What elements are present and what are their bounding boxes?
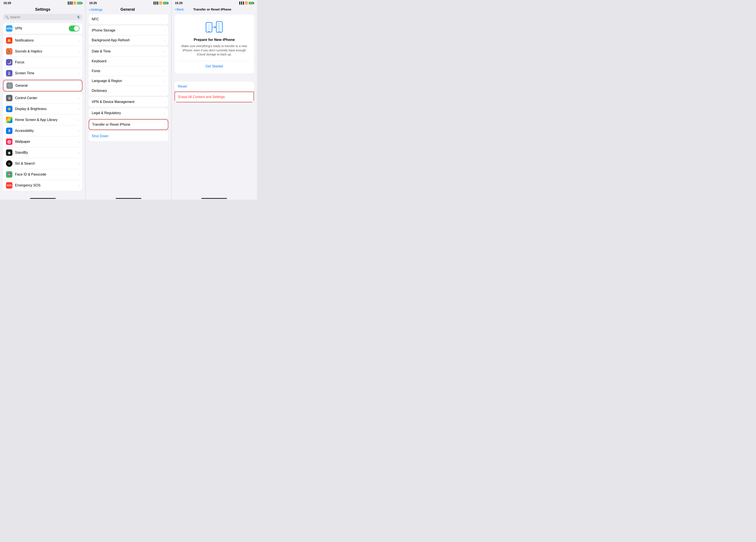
screentime-icon: ⏳: [6, 70, 12, 76]
svg-rect-4: [216, 22, 222, 32]
background-refresh-label: Background App Refresh: [92, 38, 162, 42]
general-scroll: NFC › iPhone Storage › Background App Re…: [86, 13, 171, 196]
nfc-label: NFC: [92, 17, 162, 21]
shutdown-group: Shut Down: [89, 131, 168, 141]
transfer-reset-label: Transfer or Reset iPhone: [92, 123, 161, 127]
nav-bar-1: Settings: [0, 6, 85, 13]
date-time-item[interactable]: Date & Time ›: [89, 46, 168, 56]
svg-point-11: [218, 28, 219, 28]
transfer-scroll: Prepare for New iPhone Make sure everyth…: [172, 12, 257, 196]
shutdown-item[interactable]: Shut Down: [89, 131, 168, 141]
sidebar-item-focus[interactable]: 🌙 Focus ›: [3, 57, 82, 68]
standby-label: StandBy: [15, 151, 76, 155]
status-icons-1: ▐▐▐ 📶: [67, 1, 82, 4]
svg-point-13: [218, 29, 219, 30]
signal-icon-2: ▐▐▐: [153, 1, 158, 4]
sidebar-item-notifications[interactable]: 🔔 Notifications ›: [3, 35, 82, 46]
signal-icon-1: ▐▐▐: [67, 1, 73, 4]
sidebar-item-sounds[interactable]: 🔊 Sounds & Haptics ›: [3, 46, 82, 57]
nfc-item[interactable]: NFC ›: [89, 14, 168, 24]
accessibility-label: Accessibility: [15, 129, 76, 133]
back-button-general[interactable]: ‹ Back: [175, 7, 184, 11]
sidebar-item-faceid[interactable]: 🆔 Face ID & Passcode ›: [3, 169, 82, 180]
battery-icon-1: [77, 2, 82, 4]
keyboard-item[interactable]: Keyboard ›: [89, 56, 168, 66]
wallpaper-label: Wallpaper: [15, 140, 76, 144]
screentime-label: Screen Time: [15, 71, 76, 75]
siri-chevron: ›: [79, 162, 80, 165]
svg-point-12: [220, 28, 220, 28]
prepare-hero-card: Prepare for New iPhone Make sure everyth…: [175, 15, 254, 73]
sidebar-item-siri[interactable]: ◎ Siri & Search ›: [3, 158, 82, 169]
emergency-icon: SOS: [6, 182, 12, 189]
vpn-icon: VPN: [6, 25, 12, 32]
search-icon: 🔍: [5, 15, 9, 19]
fonts-item[interactable]: Fonts ›: [89, 66, 168, 76]
get-started-button[interactable]: Get Started: [205, 64, 223, 69]
reset-item[interactable]: Reset: [175, 82, 254, 92]
sidebar-item-controlcenter[interactable]: ⊞ Control Center ›: [3, 93, 82, 104]
svg-point-9: [218, 26, 219, 27]
sidebar-item-screentime[interactable]: ⏳ Screen Time ›: [3, 68, 82, 79]
vpn-management-item[interactable]: VPN & Device Management ›: [89, 97, 168, 107]
siri-label: Siri & Search: [15, 162, 76, 166]
sidebar-item-wallpaper[interactable]: 🌸 Wallpaper ›: [3, 136, 82, 147]
search-bar[interactable]: 🔍 🎙️: [3, 14, 82, 20]
nav-bar-2: ‹ Settings General: [86, 6, 171, 13]
general-icon: ⚙️: [6, 82, 13, 89]
nav-bar-3: ‹ Back Transfer or Reset iPhone: [172, 6, 257, 12]
status-icons-2: ▐▐▐ 📶: [153, 1, 168, 4]
date-time-chevron: ›: [164, 50, 165, 53]
controlcenter-chevron: ›: [79, 96, 80, 100]
settings-group-2: ⊞ Control Center › ☀️ Display & Brightne…: [3, 93, 82, 191]
back-button-settings[interactable]: ‹ Settings: [89, 8, 102, 12]
back-label-3: Back: [177, 7, 184, 11]
home-indicator-2: [86, 196, 171, 200]
vpn-row[interactable]: VPN VPN: [3, 23, 82, 34]
prepare-icon: [206, 20, 223, 35]
transfer-reset-item[interactable]: Transfer or Reset iPhone ›: [89, 120, 168, 130]
vpn-label: VPN: [15, 27, 66, 30]
nfc-group: NFC ›: [89, 14, 168, 24]
prepare-description: Make sure everything's ready to transfer…: [179, 44, 250, 57]
status-bar-3: 15:25 ▐▐▐ 📶: [172, 0, 257, 6]
sounds-label: Sounds & Haptics: [15, 49, 76, 53]
background-refresh-item[interactable]: Background App Refresh ›: [89, 35, 168, 45]
panel-transfer: 15:25 ▐▐▐ 📶 ‹ Back Transfer or Reset iPh…: [171, 0, 257, 200]
sidebar-item-accessibility[interactable]: ♿ Accessibility ›: [3, 126, 82, 136]
language-region-chevron: ›: [164, 79, 165, 83]
legal-item[interactable]: Legal & Regulatory ›: [89, 108, 168, 118]
sidebar-item-standby[interactable]: ◉ StandBy ›: [3, 147, 82, 158]
prepare-heading: Prepare for New iPhone: [194, 38, 235, 42]
reset-erase-group: Reset Erase All Content and Settings: [175, 82, 254, 102]
search-input[interactable]: [10, 15, 75, 19]
svg-point-8: [220, 25, 220, 25]
battery-icon-2: [163, 2, 168, 4]
notifications-label: Notifications: [15, 39, 76, 42]
back-chevron-3: ‹: [175, 7, 176, 11]
sidebar-item-homescreen[interactable]: ⊞ Home Screen & App Library ›: [3, 115, 82, 126]
shutdown-label: Shut Down: [92, 134, 165, 138]
dictionary-item[interactable]: Dictionary ›: [89, 86, 168, 96]
status-icons-3: ▐▐▐ 📶: [238, 1, 254, 4]
iphone-storage-item[interactable]: iPhone Storage ›: [89, 25, 168, 35]
notifications-chevron: ›: [79, 39, 80, 42]
language-region-item[interactable]: Language & Region ›: [89, 76, 168, 86]
sidebar-item-display[interactable]: ☀️ Display & Brightness ›: [3, 104, 82, 115]
erase-item[interactable]: Erase All Content and Settings: [175, 92, 254, 102]
settings-group-1: 🔔 Notifications › 🔊 Sounds & Haptics › 🌙…: [3, 35, 82, 79]
legal-group: Legal & Regulatory ›: [89, 108, 168, 118]
wallpaper-icon: 🌸: [6, 139, 12, 145]
status-bar-1: 15:25 ▐▐▐ 📶: [0, 0, 85, 6]
sidebar-item-emergency[interactable]: SOS Emergency SOS ›: [3, 180, 82, 191]
vpn-management-chevron: ›: [164, 100, 165, 104]
faceid-icon: 🆔: [6, 171, 12, 178]
display-icon: ☀️: [6, 106, 12, 112]
legal-chevron: ›: [164, 111, 165, 115]
nfc-chevron: ›: [164, 18, 165, 21]
status-bar-2: 15:25 ▐▐▐ 📶: [86, 0, 171, 6]
vpn-toggle[interactable]: [69, 25, 79, 31]
panel-general: 15:25 ▐▐▐ 📶 ‹ Settings General NFC › iPh…: [85, 0, 171, 200]
legal-label: Legal & Regulatory: [92, 111, 162, 115]
sidebar-item-general[interactable]: ⚙️ General ›: [3, 80, 82, 91]
